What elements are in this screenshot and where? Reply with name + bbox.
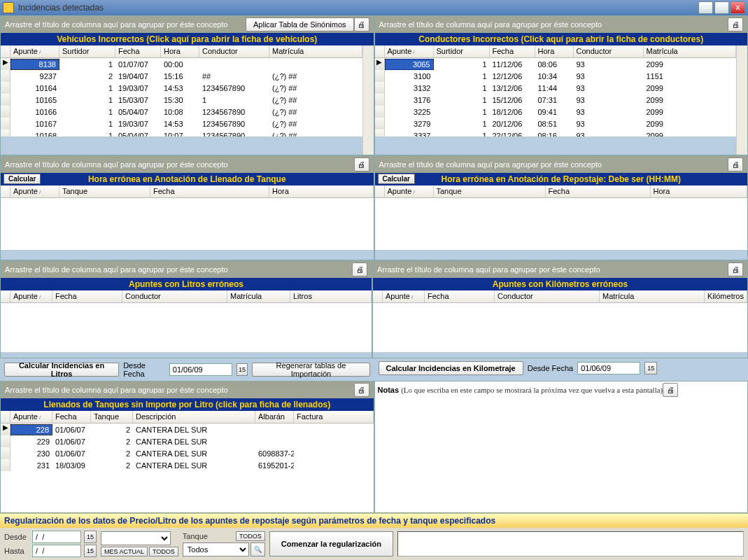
mes-actual-button[interactable]: MES ACTUAL	[101, 547, 148, 556]
print-button[interactable]: 🖨	[354, 383, 369, 397]
group-hint-vehiculos[interactable]: Arrastre el título de columna aquí para …	[1, 16, 374, 33]
print-button[interactable]: 🖨	[728, 18, 743, 31]
comenzar-button[interactable]: Comenzar la regularización	[269, 531, 393, 556]
reg-combo-1[interactable]	[101, 531, 171, 545]
group-hint-horaTanque[interactable]: Arrastre el título de columna aquí para …	[1, 156, 374, 173]
table-row[interactable]: 23118/03/092CANTERA DEL SUR6195201-200	[1, 459, 374, 471]
header-conductores[interactable]: Conductores Incorrectos (Click aquí para…	[375, 33, 748, 46]
col-hora[interactable]: Hora	[535, 46, 574, 57]
calendar-icon[interactable]: 15	[84, 545, 97, 557]
hasta-label: Hasta	[4, 547, 29, 555]
group-hint-conductores[interactable]: Arrastre el título de columna aquí para …	[375, 16, 748, 33]
close-button[interactable]: X	[731, 1, 745, 14]
col-surtidor[interactable]: Surtidor	[59, 46, 115, 57]
grid-llenados[interactable]: ▶22801/06/072CANTERA DEL SUR22901/06/072…	[1, 424, 374, 512]
minimize-button[interactable]: —	[698, 1, 713, 14]
table-row[interactable]: 10165115/03/0715:301(¿?) ##	[1, 94, 362, 106]
col-apunte[interactable]: Apunte/	[385, 46, 434, 57]
reg-desde-input[interactable]	[32, 531, 81, 543]
tanque-todos-button[interactable]: TODOS	[236, 531, 265, 541]
app-icon	[3, 2, 14, 13]
grid-conductores[interactable]: ▶3065111/12/0608:069320993100112/12/0610…	[375, 58, 737, 136]
print-button[interactable]: 🖨	[352, 262, 367, 276]
column-headers-vehiculos: Apunte/ Surtidor Fecha Hora Conductor Ma…	[1, 46, 362, 58]
desde-fecha-label: Desde Fecha	[528, 364, 573, 372]
header-hora-tanque: Calcular Hora errónea en Anotación de Ll…	[1, 173, 374, 186]
titlebar: Incidencias detectadas — □ X	[0, 0, 748, 15]
calendar-icon[interactable]: 15	[237, 363, 248, 376]
col-surtidor[interactable]: Surtidor	[434, 46, 490, 57]
reg-hasta-input[interactable]	[32, 545, 81, 557]
calcular-button[interactable]: Calcular	[378, 174, 415, 184]
notas-label: Notas	[378, 386, 400, 394]
col-matricula[interactable]: Matrícula	[269, 46, 362, 57]
grid-hora-tanque[interactable]	[1, 198, 374, 250]
table-row[interactable]: ▶8138101/07/0700:00	[1, 58, 362, 70]
calendar-icon[interactable]: 15	[84, 531, 97, 543]
table-row[interactable]: 3225118/12/0609:41932099	[375, 106, 737, 118]
print-button[interactable]: 🖨	[354, 18, 369, 31]
table-row[interactable]: 3279120/12/0608:51932099	[375, 118, 737, 130]
header-llenados[interactable]: Llenados de Tanques sin Importe por Litr…	[1, 398, 374, 411]
table-row[interactable]: 3100112/12/0610:34931151	[375, 70, 737, 82]
window-title: Incidencias detectadas	[18, 3, 698, 13]
desde-fecha-input[interactable]	[169, 363, 232, 376]
binoculars-icon[interactable]: 🔍	[250, 542, 265, 556]
col-apunte[interactable]: Apunte/	[10, 46, 59, 57]
grid-litros[interactable]	[1, 303, 372, 352]
todos-button[interactable]: TODOS	[149, 547, 178, 556]
maximize-button[interactable]: □	[714, 1, 729, 14]
table-row[interactable]: 10164119/03/0714:531234567890(¿?) ##	[1, 82, 362, 94]
column-headers-conductores: Apunte/ Surtidor Fecha Hora Conductor Ma…	[375, 46, 737, 58]
table-row[interactable]: ▶3065111/12/0608:06932099	[375, 58, 737, 70]
col-fecha[interactable]: Fecha	[115, 46, 161, 57]
tanque-combo[interactable]: Todos	[183, 542, 249, 556]
col-conductor[interactable]: Conductor	[199, 46, 269, 57]
table-row[interactable]: 3337122/12/0608:16932099	[375, 130, 737, 136]
scrollbar[interactable]	[736, 46, 747, 155]
calc-litros-button[interactable]: Calcular Incidencias en Litros	[4, 363, 119, 377]
table-row[interactable]: ▶22801/06/072CANTERA DEL SUR	[1, 424, 374, 435]
table-row[interactable]: 3176115/12/0607:31932099	[375, 94, 737, 106]
table-row[interactable]: 22901/06/072CANTERA DEL SUR	[1, 435, 374, 447]
print-button[interactable]: 🖨	[728, 262, 743, 276]
desde-fecha-label: Desde Fecha	[123, 361, 165, 378]
calendar-icon[interactable]: 15	[644, 362, 657, 374]
group-hint-horaRep[interactable]: Arrastre el título de columna aquí para …	[375, 156, 748, 173]
notas-textarea[interactable]	[375, 398, 748, 512]
grid-hora-repostaje[interactable]	[375, 198, 748, 250]
print-button[interactable]: 🖨	[663, 383, 678, 397]
header-vehiculos[interactable]: Vehículos Incorrectos (Click aquí para a…	[1, 33, 374, 46]
col-fecha[interactable]: Fecha	[490, 46, 535, 57]
desde-fecha-input-km[interactable]	[577, 362, 640, 374]
table-row[interactable]: 9237219/04/0715:16##(¿?) ##	[1, 70, 362, 82]
reg-output	[397, 531, 744, 556]
calc-km-button[interactable]: Calcular Incidencias en Kilometraje	[379, 361, 523, 375]
print-button[interactable]: 🖨	[728, 158, 743, 172]
table-row[interactable]: 10168105/04/0710:071234567890(¿?) ##	[1, 130, 362, 136]
desde-label: Desde	[4, 533, 29, 541]
print-button[interactable]: 🖨	[354, 158, 369, 172]
tanque-label: Tanque	[183, 532, 208, 540]
regularizacion-panel: Desde 15 Hasta 15 MES ACTUAL TODOS	[0, 528, 748, 560]
grid-km[interactable]	[373, 303, 747, 352]
table-row[interactable]: 3132113/12/0611:44932099	[375, 82, 737, 94]
calcular-button[interactable]: Calcular	[3, 174, 41, 184]
table-row[interactable]: 10166105/04/0710:081234567890(¿?) ##	[1, 106, 362, 118]
regularizacion-header: Regularización de los datos de Precio/Li…	[0, 513, 748, 528]
apply-synonyms-button[interactable]: Aplicar Tabla de Sinónimos	[246, 18, 353, 31]
col-matricula[interactable]: Matrícula	[644, 46, 737, 57]
header-km: Apuntes con Kilómetros erróneos	[373, 278, 747, 290]
table-row[interactable]: 23001/06/072CANTERA DEL SUR6098837-20	[1, 447, 374, 459]
scrollbar[interactable]	[362, 46, 374, 155]
notas-hint: (Lo que escriba en este campo se mostrar…	[401, 386, 663, 394]
col-conductor[interactable]: Conductor	[574, 46, 644, 57]
table-row[interactable]: 10167119/03/0714:531234567890(¿?) ##	[1, 118, 362, 130]
regen-import-button[interactable]: Regenerar tablas de Importación	[252, 363, 369, 377]
grid-vehiculos[interactable]: ▶8138101/07/0700:009237219/04/0715:16##(…	[1, 58, 362, 136]
header-litros: Apuntes con Litros erróneos	[1, 278, 372, 290]
col-hora[interactable]: Hora	[161, 46, 199, 57]
header-hora-repostaje: Calcular Hora errónea en Anotación de Re…	[375, 173, 748, 186]
